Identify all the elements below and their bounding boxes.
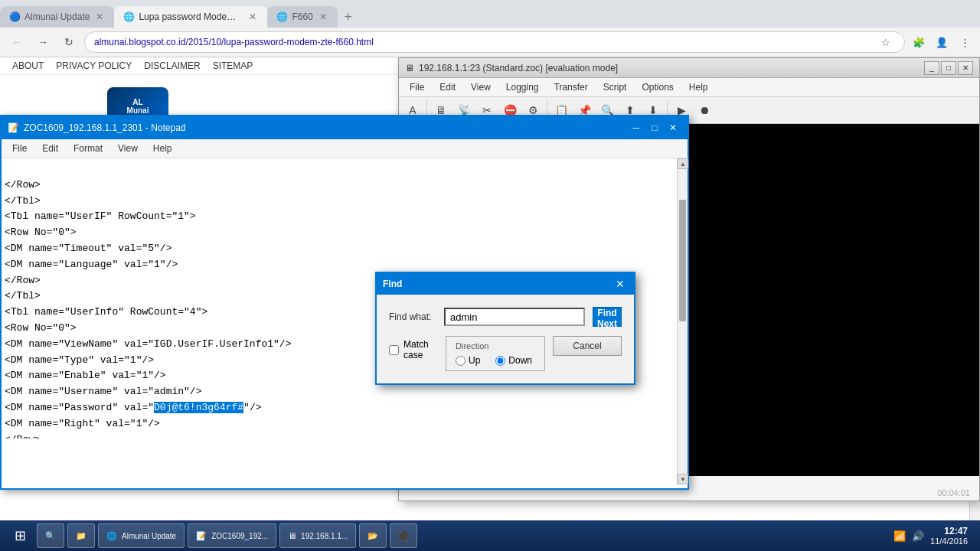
notepad-minimize[interactable]: ─ [628,119,645,136]
zoc-menu-logging[interactable]: Logging [498,80,547,95]
match-case-row: Match case [389,339,438,360]
start-button[interactable]: ⊞ [6,523,34,548]
notepad-menu-help[interactable]: Help [145,141,180,156]
menu-icon[interactable]: ⋮ [956,33,974,51]
zoc-menu-file[interactable]: File [402,80,432,95]
zoc-menu-script[interactable]: Script [596,80,635,95]
url-icons: ☆ [877,33,895,51]
notepad-titlebar: 📝 ZOC1609_192.168.1.1_2301 - Notepad ─ □… [2,116,688,139]
notepad-menu-view[interactable]: View [110,141,145,156]
refresh-button[interactable]: ↻ [58,31,80,53]
network-tray-icon[interactable]: 📶 [893,530,906,542]
volume-tray-icon[interactable]: 🔊 [912,530,924,542]
tb-record[interactable]: ⏺ [694,99,715,121]
zoc-menu-options[interactable]: Options [634,80,681,95]
zoc-menu-view[interactable]: View [463,80,498,95]
scroll-up[interactable]: ▲ [678,158,688,169]
zoc-timestamp: 00:04:01 [937,488,970,497]
down-label: Down [508,355,532,366]
extensions-icon[interactable]: 🧩 [910,33,928,51]
notepad-title-label: ZOC1609_192.168.1.1_2301 - Notepad [24,122,186,133]
zoc-menubar: File Edit View Logging Transfer Script O… [399,78,979,97]
taskbar-cmd[interactable]: ⬛ [390,523,417,548]
zoc-menu-transfer[interactable]: Transfer [547,80,596,95]
tab-title-3: F660 [292,11,312,22]
notepad-icon: 📝 [8,122,19,133]
tab-close-1[interactable]: ✕ [94,10,105,24]
taskbar-edge[interactable]: 🌐 Almunai Update [98,523,185,548]
find-dialog: Find ✕ Find what: Find Next Match case D… [375,272,635,385]
taskbar-explorer[interactable]: 📁 [67,523,95,548]
find-options-row: Match case Direction Up Down [389,336,622,371]
tab-f660[interactable]: 🌐 F660 ✕ [267,6,337,28]
tab-lupa[interactable]: 🌐 Lupa password Modem Z... ✕ [114,6,267,28]
radio-down[interactable] [495,356,505,366]
direction-up[interactable]: Up [456,355,480,366]
taskbar-time[interactable]: 12:47 11/4/2016 [930,526,968,546]
zoc-title-text: 192.168.1.1:23 (Standard.zoc) [evaluatio… [419,63,618,73]
new-tab-button[interactable]: + [338,6,359,28]
taskbar-notepad[interactable]: 📝 ZOC1609_192... [188,523,276,548]
nav-sitemap[interactable]: SITEMAP [213,60,253,71]
tab-title-2: Lupa password Modem Z... [139,11,243,22]
direction-label: Direction [456,341,535,350]
direction-group: Direction Up Down [446,336,545,371]
find-what-input[interactable] [444,308,585,326]
direction-options: Up Down [456,355,535,366]
taskbar-zoc[interactable]: 🖥 192.168.1.1... [279,523,356,548]
notepad-menu-edit[interactable]: Edit [34,141,66,156]
scroll-thumb[interactable] [679,200,686,321]
taskbar-files[interactable]: 📂 [359,523,387,548]
explorer-icon: 📁 [76,531,87,541]
tab-close-2[interactable]: ✕ [247,10,258,24]
find-close-button[interactable]: ✕ [612,276,628,292]
notepad-restore[interactable]: □ [646,119,663,136]
notepad-close[interactable]: ✕ [665,119,681,136]
notepad-controls: ─ □ ✕ [628,119,681,136]
scroll-track[interactable] [678,169,688,474]
notepad-taskbar-label: ZOC1609_192... [211,532,268,540]
radio-up[interactable] [456,356,466,366]
taskbar-search[interactable]: 🔍 [37,523,64,548]
zoc-maximize[interactable]: □ [941,61,956,75]
url-bar[interactable]: almunai.blogspot.co.id/2015/10/lupa-pass… [84,31,905,53]
cancel-button[interactable]: Cancel [553,336,622,356]
nav-privacy[interactable]: PRIVACY POLICY [56,60,132,71]
find-titlebar: Find ✕ [377,273,634,295]
edge-label: Almunai Update [122,532,176,540]
tab-close-3[interactable]: ✕ [318,10,328,24]
zoc-taskbar-icon: 🖥 [288,531,296,540]
notepad-menu-format[interactable]: Format [66,141,110,156]
profile-icon[interactable]: 👤 [933,33,951,51]
blog-logo-text: ALMunai [127,98,149,115]
nav-about[interactable]: ABOUT [12,60,44,71]
direction-down[interactable]: Down [495,355,532,366]
notepad-scrollbar[interactable]: ▲ ▼ [677,158,688,484]
zoc-menu-edit[interactable]: Edit [432,80,463,95]
find-input-row: Find what: Find Next [389,307,622,327]
tab-almunai[interactable]: 🔵 Almunai Update ✕ [0,6,114,28]
match-case-label: Match case [403,339,438,360]
taskbar-tray: 📶 🔊 12:47 11/4/2016 [887,526,974,546]
time-display: 12:47 [930,526,968,536]
find-next-button[interactable]: Find Next [593,307,622,327]
zoc-controls: _ □ ✕ [924,61,973,75]
scroll-down[interactable]: ▼ [678,474,688,484]
zoc-minimize[interactable]: _ [924,61,939,75]
browser-chrome: 🔵 Almunai Update ✕ 🌐 Lupa password Modem… [0,0,980,57]
notepad-menubar: File Edit Format View Help [2,139,688,158]
zoc-close[interactable]: ✕ [958,61,973,75]
address-bar: ← → ↻ almunai.blogspot.co.id/2015/10/lup… [0,28,980,57]
zoc-menu-help[interactable]: Help [681,80,716,95]
find-title: Find [383,279,402,289]
back-button[interactable]: ← [6,31,28,53]
tab-favicon-2: 🌐 [123,11,134,22]
search-icon: 🔍 [45,531,56,541]
notepad-menu-file[interactable]: File [5,141,34,156]
nav-disclaimer[interactable]: DISCLAIMER [144,60,200,71]
forward-button[interactable]: → [32,31,54,53]
zoc-title-icon: 🖥 [405,63,414,73]
bookmark-icon[interactable]: ☆ [877,33,895,51]
find-what-label: Find what: [389,311,436,322]
match-case-checkbox[interactable] [389,345,399,355]
